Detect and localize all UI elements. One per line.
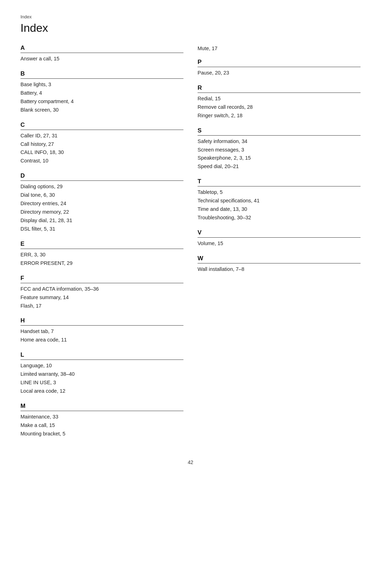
list-item: Troubleshooting, 30–32 (198, 214, 361, 222)
right-column: Mute, 17PPause, 20, 23RRedial, 15Remove … (198, 44, 361, 445)
page-number: 42 (20, 459, 361, 465)
list-item: Dialing options, 29 (20, 183, 183, 191)
section-letter: B (20, 70, 183, 79)
list-item: ERROR PRESENT, 29 (20, 259, 183, 268)
list-item: Call history, 27 (20, 140, 183, 149)
list-item: CALL INFO, 18, 30 (20, 148, 183, 157)
list-item: Blank screen, 30 (20, 106, 183, 114)
list-item: Directory entries, 24 (20, 200, 183, 208)
list-item: Speakerphone, 2, 3, 15 (198, 154, 361, 162)
index-section: WWall installation, 7–8 (198, 255, 361, 274)
index-section: PPause, 20, 23 (198, 59, 361, 77)
index-section: EERR, 3, 30ERROR PRESENT, 29 (20, 240, 183, 268)
list-item: Flash, 17 (20, 302, 183, 310)
page-title: Index (20, 22, 361, 35)
index-section: CCaller ID, 27, 31Call history, 27CALL I… (20, 121, 183, 166)
list-item: Mute, 17 (198, 44, 361, 53)
list-item: DSL filter, 5, 31 (20, 225, 183, 233)
list-item: Volume, 15 (198, 239, 361, 248)
list-item: Mounting bracket, 5 (20, 430, 183, 438)
list-item: Ringer switch, 2, 18 (198, 112, 361, 120)
section-letter: S (198, 127, 361, 136)
section-letter: A (20, 44, 183, 53)
section-letter: V (198, 229, 361, 238)
index-section: DDialing options, 29Dial tone, 6, 30Dire… (20, 172, 183, 233)
list-item: Directory memory, 22 (20, 208, 183, 216)
list-item: Speed dial, 20–21 (198, 162, 361, 171)
list-item: Display dial, 21, 28, 31 (20, 216, 183, 225)
section-letter: L (20, 351, 183, 360)
breadcrumb: Index (20, 14, 361, 19)
section-letter: D (20, 172, 183, 181)
index-section: RRedial, 15Remove call records, 28Ringer… (198, 84, 361, 120)
index-section: LLanguage, 10Limited warranty, 38–40LINE… (20, 351, 183, 396)
list-item: Screen messages, 3 (198, 146, 361, 154)
section-letter: F (20, 275, 183, 283)
list-item: Remove call records, 28 (198, 103, 361, 112)
list-item: Redial, 15 (198, 95, 361, 103)
index-section: VVolume, 15 (198, 229, 361, 248)
list-item: Make a call, 15 (20, 421, 183, 430)
index-section: SSafety information, 34Screen messages, … (198, 127, 361, 171)
index-section: HHandset tab, 7Home area code, 11 (20, 317, 183, 344)
list-item: Wall installation, 7–8 (198, 265, 361, 274)
list-item: Maintenance, 33 (20, 413, 183, 421)
list-item: Tabletop, 5 (198, 188, 361, 197)
list-item: Technical specifications, 41 (198, 197, 361, 205)
section-letter: W (198, 255, 361, 263)
list-item: Feature summary, 14 (20, 293, 183, 302)
section-letter: M (20, 403, 183, 411)
list-item: Home area code, 11 (20, 336, 183, 344)
list-item: Language, 10 (20, 362, 183, 370)
list-item: Safety information, 34 (198, 137, 361, 146)
list-item: LINE IN USE, 3 (20, 379, 183, 387)
section-letter: T (198, 178, 361, 186)
list-item: Battery, 4 (20, 89, 183, 97)
section-letter: E (20, 240, 183, 249)
list-item: Caller ID, 27, 31 (20, 132, 183, 140)
list-item: Answer a call, 15 (20, 55, 183, 63)
list-item: Battery compartment, 4 (20, 97, 183, 106)
index-section: MMaintenance, 33Make a call, 15Mounting … (20, 403, 183, 438)
list-item: Base lights, 3 (20, 81, 183, 89)
index-section: TTabletop, 5Technical specifications, 41… (198, 178, 361, 222)
index-section: Mute, 17 (198, 44, 361, 53)
list-item: Dial tone, 6, 30 (20, 191, 183, 200)
list-item: Limited warranty, 38–40 (20, 370, 183, 379)
index-section: AAnswer a call, 15 (20, 44, 183, 63)
section-letter: P (198, 59, 361, 67)
list-item: Local area code, 12 (20, 387, 183, 396)
left-column: AAnswer a call, 15BBase lights, 3Battery… (20, 44, 198, 445)
section-letter: C (20, 121, 183, 130)
list-item: Time and date, 13, 30 (198, 205, 361, 214)
index-section: FFCC and ACTA information, 35–36Feature … (20, 275, 183, 310)
list-item: ERR, 3, 30 (20, 251, 183, 259)
list-item: Pause, 20, 23 (198, 69, 361, 77)
section-letter: R (198, 84, 361, 93)
section-letter: H (20, 317, 183, 326)
list-item: Contrast, 10 (20, 157, 183, 165)
list-item: FCC and ACTA information, 35–36 (20, 285, 183, 293)
index-section: BBase lights, 3Battery, 4Battery compart… (20, 70, 183, 114)
list-item: Handset tab, 7 (20, 327, 183, 336)
